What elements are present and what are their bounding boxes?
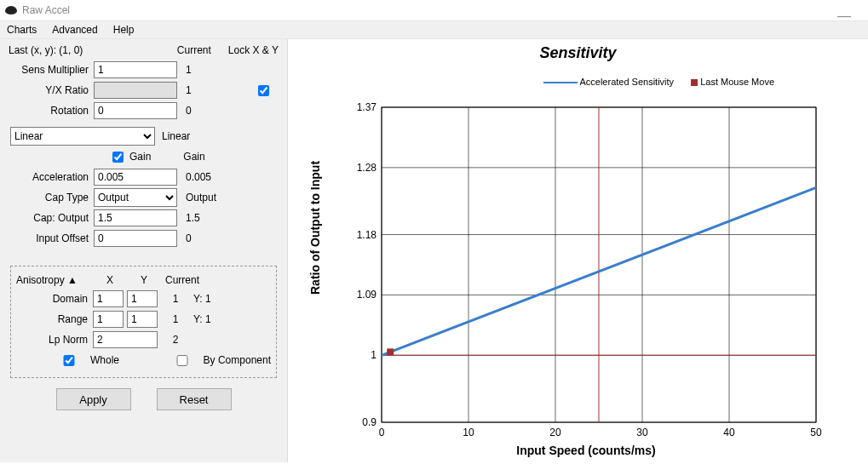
aniso-x-header: X <box>93 274 127 286</box>
domain-ycur: Y: 1 <box>193 293 236 305</box>
accel-input[interactable] <box>94 169 177 186</box>
domain-cur: 1 <box>158 293 193 305</box>
app-icon <box>5 6 17 14</box>
yx-input <box>94 82 177 99</box>
gain-checkbox[interactable] <box>112 152 124 163</box>
domain-y-input[interactable] <box>127 290 158 307</box>
yx-label: Y/X Ratio <box>9 84 94 96</box>
chart-legend: Accelerated Sensitivity Last Mouse Move <box>543 77 774 87</box>
menu-advanced[interactable]: Advanced <box>52 24 97 36</box>
menu-help[interactable]: Help <box>113 24 135 36</box>
apply-button[interactable]: Apply <box>56 388 131 410</box>
menu-charts[interactable]: Charts <box>7 24 37 36</box>
captype-cur: Output <box>177 192 228 203</box>
svg-text:1.09: 1.09 <box>357 289 377 301</box>
range-y-input[interactable] <box>127 311 158 328</box>
menubar: Charts Advanced Help <box>0 20 868 39</box>
last-xy-label: Last (x, y): (1, 0) <box>9 44 83 56</box>
domain-x-input[interactable] <box>93 290 124 307</box>
aniso-title[interactable]: Anisotropy ▲ <box>16 274 93 286</box>
app-title: Raw Accel <box>22 4 70 16</box>
reset-button[interactable]: Reset <box>157 388 232 410</box>
settings-panel: Last (x, y): (1, 0) Current Lock X & Y S… <box>0 39 288 462</box>
svg-text:40: 40 <box>723 427 735 438</box>
lp-label: Lp Norm <box>16 334 93 346</box>
current-header: Current <box>177 44 228 56</box>
lockxy-header: Lock X & Y <box>228 44 279 56</box>
lockxy-checkbox[interactable] <box>258 85 269 96</box>
aniso-y-header: Y <box>127 274 161 286</box>
svg-text:1.18: 1.18 <box>357 229 377 241</box>
svg-text:0.9: 0.9 <box>362 416 377 428</box>
chart-xlabel: Input Speed (counts/ms) <box>348 444 825 457</box>
svg-text:30: 30 <box>636 427 648 438</box>
range-cur: 1 <box>158 313 193 325</box>
accel-cur: 0.005 <box>177 171 228 183</box>
offset-cur: 0 <box>177 232 228 244</box>
aniso-cur-header: Current <box>161 274 204 286</box>
svg-text:1.28: 1.28 <box>357 162 377 174</box>
range-x-input[interactable] <box>93 311 124 328</box>
lp-input[interactable] <box>93 331 158 348</box>
chart-title: Sensitivity <box>288 44 868 62</box>
rot-input[interactable] <box>94 102 177 119</box>
accel-label: Acceleration <box>9 171 94 183</box>
rot-label: Rotation <box>9 105 94 117</box>
offset-label: Input Offset <box>9 232 94 244</box>
offset-input[interactable] <box>94 230 177 247</box>
capout-label: Cap: Output <box>9 212 94 224</box>
sens-label: Sens Multiplier <box>9 64 94 76</box>
lp-cur: 2 <box>158 334 193 346</box>
svg-text:1.37: 1.37 <box>357 101 377 113</box>
mode-select[interactable]: Linear <box>10 127 155 146</box>
anisotropy-group: Anisotropy ▲ X Y Current Domain 1 Y: 1 R… <box>10 266 277 378</box>
svg-text:1: 1 <box>371 349 377 361</box>
legend-marker: Last Mouse Move <box>700 77 774 87</box>
capout-input[interactable] <box>94 209 177 226</box>
capout-cur: 1.5 <box>177 212 228 224</box>
range-ycur: Y: 1 <box>193 313 236 325</box>
chart-ylabel: Ratio of Output to Input <box>308 161 322 295</box>
sens-cur: 1 <box>177 64 228 76</box>
yx-cur: 1 <box>177 84 228 96</box>
chart-area: Sensitivity Accelerated Sensitivity Last… <box>288 39 868 462</box>
whole-checkbox[interactable] <box>54 355 84 366</box>
captype-select[interactable]: Output <box>94 188 177 207</box>
whole-label: Whole <box>90 354 119 366</box>
minimize-icon[interactable]: — <box>837 9 851 24</box>
bycomp-checkbox[interactable] <box>167 355 198 366</box>
rot-cur: 0 <box>177 105 228 117</box>
chart-plot: 010203040500.911.091.181.281.37 <box>348 99 825 448</box>
bycomp-label: By Component <box>204 354 271 366</box>
svg-text:20: 20 <box>549 427 561 438</box>
svg-text:10: 10 <box>463 427 474 438</box>
svg-text:50: 50 <box>810 427 822 438</box>
gain-cur: Gain <box>175 151 226 163</box>
titlebar: Raw Accel — <box>0 0 868 20</box>
legend-series: Accelerated Sensitivity <box>579 77 674 87</box>
domain-label: Domain <box>16 293 93 305</box>
mode-cur: Linear <box>155 130 206 142</box>
sens-input[interactable] <box>94 61 177 78</box>
svg-text:0: 0 <box>379 427 385 438</box>
captype-label: Cap Type <box>9 192 94 203</box>
range-label: Range <box>16 313 93 325</box>
svg-rect-27 <box>387 348 394 355</box>
gain-label: Gain <box>129 151 151 163</box>
